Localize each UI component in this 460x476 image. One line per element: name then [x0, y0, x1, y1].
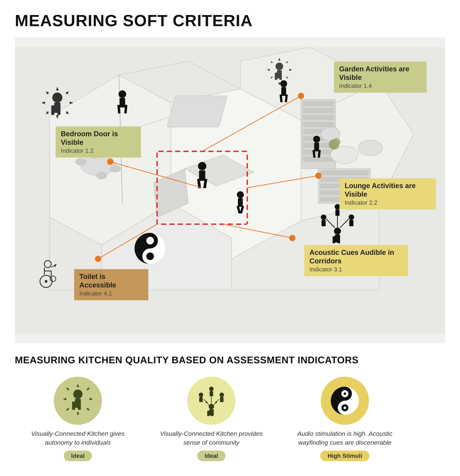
- indicator-badge-2: Ideal: [197, 450, 226, 461]
- svg-point-43: [146, 253, 154, 260]
- indicator-badge-1: Ideal: [64, 450, 92, 461]
- floorplan-section: Bedroom Door is Visible Indicator 1.2 Ga…: [15, 37, 445, 343]
- indicator-content-2: Visually-Connected Kitchen provides sens…: [156, 429, 267, 461]
- svg-rect-98: [279, 73, 282, 80]
- indicators-row: Visually-Connected Kitchen gives autonom…: [15, 377, 445, 461]
- lounge-activities-annotation: Lounge Activities are Visible Indicator …: [340, 178, 436, 209]
- indicator-item-3: Audio stimulation is high. Acoustic wayf…: [289, 377, 400, 461]
- svg-point-172: [215, 401, 217, 403]
- svg-point-138: [73, 390, 83, 399]
- svg-point-74: [95, 256, 101, 262]
- svg-rect-167: [210, 391, 213, 396]
- svg-rect-53: [281, 87, 286, 96]
- svg-point-158: [209, 404, 214, 409]
- svg-rect-36: [320, 170, 369, 175]
- svg-point-27: [110, 165, 121, 172]
- svg-rect-160: [207, 411, 209, 416]
- section-subtitle: MEASURING KITCHEN QUALITY BASED ON ASSES…: [15, 354, 445, 366]
- acoustic-indicator: Indicator 3.1: [309, 266, 403, 273]
- svg-rect-124: [349, 220, 353, 226]
- svg-point-166: [209, 387, 213, 391]
- svg-rect-12: [167, 96, 227, 127]
- svg-point-56: [313, 136, 320, 143]
- svg-marker-147: [63, 398, 66, 400]
- svg-rect-45: [119, 98, 125, 107]
- indicator-text-1: Visually-Connected Kitchen gives autonom…: [22, 429, 134, 447]
- svg-point-119: [321, 214, 326, 220]
- svg-point-134: [45, 280, 47, 283]
- svg-point-31: [358, 140, 383, 156]
- svg-rect-16: [303, 115, 334, 120]
- svg-point-95: [275, 63, 283, 70]
- indicator-content-1: Visually-Connected Kitchen gives autonom…: [22, 429, 134, 461]
- svg-rect-78: [57, 105, 60, 115]
- svg-rect-117: [333, 236, 335, 243]
- svg-point-73: [289, 235, 296, 241]
- toilet-title: Toilet is Accessible: [79, 272, 143, 289]
- svg-point-42: [146, 237, 154, 245]
- svg-point-177: [344, 407, 346, 409]
- svg-point-162: [199, 393, 203, 397]
- svg-rect-121: [322, 220, 326, 226]
- indicator-circle-3: [321, 377, 369, 425]
- svg-rect-140: [72, 401, 75, 410]
- toilet-annotation: Toilet is Accessible Indicator 4.1: [74, 269, 148, 300]
- svg-rect-118: [337, 236, 340, 243]
- toilet-indicator: Indicator 4.1: [79, 290, 143, 297]
- svg-rect-161: [211, 411, 213, 416]
- garden-title: Garden Activities are Visible: [339, 65, 421, 82]
- page-container: MEASURING SOFT CRITERIA: [0, 0, 460, 476]
- svg-marker-143: [77, 384, 79, 387]
- garden-indicator: Indicator 1.4: [339, 83, 421, 89]
- svg-point-44: [119, 90, 126, 98]
- svg-point-72: [315, 173, 322, 179]
- indicator-text-3: Audio stimulation is high. Acoustic wayf…: [289, 429, 400, 447]
- indicator-content-3: Audio stimulation is high. Acoustic wayf…: [289, 429, 400, 461]
- indicator-circle-1: [54, 377, 102, 425]
- svg-point-164: [220, 393, 224, 397]
- svg-rect-97: [275, 73, 277, 80]
- indicator-item-2: Visually-Connected Kitchen provides sens…: [156, 377, 267, 461]
- svg-point-70: [107, 159, 113, 165]
- svg-point-176: [344, 392, 346, 395]
- svg-point-26: [76, 158, 86, 165]
- indicator-text-2: Visually-Connected Kitchen provides sens…: [156, 429, 267, 447]
- svg-rect-163: [199, 397, 203, 402]
- bedroom-door-indicator: Indicator 1.2: [61, 147, 136, 154]
- svg-rect-49: [199, 170, 205, 181]
- svg-point-48: [198, 162, 206, 170]
- svg-rect-61: [238, 198, 243, 207]
- svg-rect-15: [303, 108, 334, 113]
- svg-rect-127: [335, 210, 340, 216]
- svg-point-60: [237, 191, 244, 198]
- svg-rect-77: [51, 105, 54, 115]
- svg-rect-14: [303, 101, 334, 106]
- svg-marker-145: [77, 413, 79, 415]
- garden-activities-annotation: Garden Activities are Visible Indicator …: [334, 61, 427, 93]
- svg-point-71: [298, 93, 304, 99]
- svg-point-123: [349, 214, 354, 220]
- bedroom-door-annotation: Bedroom Door is Visible Indicator 1.2: [56, 127, 141, 158]
- page-title: MEASURING SOFT CRITERIA: [15, 11, 445, 30]
- indicator-circle-2: [187, 377, 236, 425]
- svg-rect-165: [220, 397, 223, 402]
- svg-rect-17: [303, 122, 334, 127]
- svg-marker-149: [90, 398, 92, 400]
- svg-rect-57: [314, 143, 319, 152]
- svg-point-52: [280, 80, 287, 87]
- acoustic-cues-annotation: Acoustic Cues Audible in Corridors Indic…: [304, 245, 408, 276]
- svg-point-171: [206, 401, 208, 403]
- svg-rect-141: [78, 401, 81, 410]
- lounge-indicator: Indicator 2.2: [345, 199, 431, 206]
- indicator-item-1: Visually-Connected Kitchen gives autonom…: [22, 377, 134, 461]
- bottom-section: MEASURING KITCHEN QUALITY BASED ON ASSES…: [15, 354, 445, 461]
- acoustic-title: Acoustic Cues Audible in Corridors: [309, 248, 403, 265]
- lounge-title: Lounge Activities are Visible: [345, 182, 431, 198]
- svg-point-25: [81, 155, 115, 176]
- bedroom-door-title: Bedroom Door is Visible: [61, 130, 136, 147]
- svg-point-29: [96, 172, 107, 179]
- svg-point-115: [334, 228, 341, 234]
- indicator-badge-3: High Stimuli: [320, 450, 370, 461]
- svg-point-34: [333, 138, 341, 145]
- svg-point-75: [52, 93, 62, 102]
